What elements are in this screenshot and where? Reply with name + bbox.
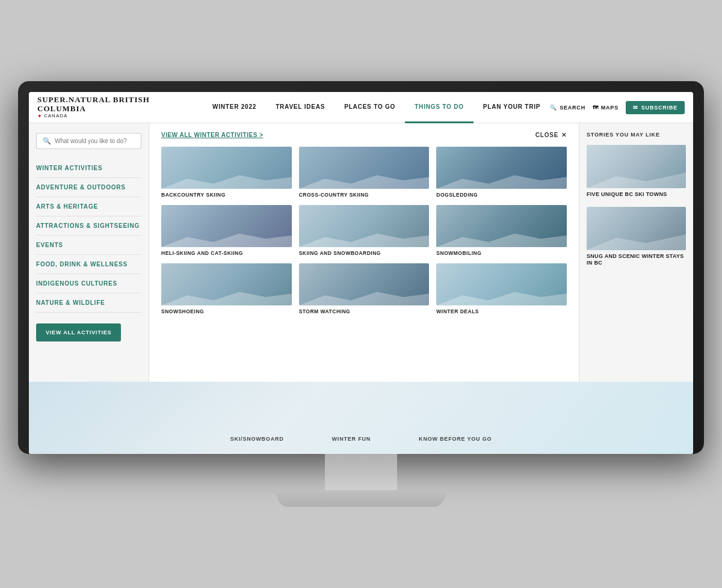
map-icon: 🗺	[593, 105, 599, 111]
monitor-outer: SUPER.NATURAL BRITISH COLUMBIA ✦ CANADA …	[18, 81, 704, 454]
activity-grid: BACKCOUNTRY SKIING CROSS-COUNTRY SKIING …	[161, 147, 567, 314]
sidebar-cat-attractions[interactable]: ATTRACTIONS & SIGHTSEEING	[36, 216, 141, 236]
activity-label-dogsledding: DOGSLEDDING	[436, 192, 567, 198]
search-icon-small: 🔍	[43, 137, 51, 145]
maps-button[interactable]: 🗺 MAPS	[593, 105, 619, 111]
nav-item-winter[interactable]: WINTER 2022	[203, 92, 266, 123]
logo-sub: ✦ CANADA	[37, 113, 188, 119]
activity-card-heliskiing[interactable]: HELI-SKIING AND CAT-SKIING	[161, 205, 292, 256]
canada-leaf-icon: ✦	[37, 113, 43, 119]
close-icon: ✕	[561, 132, 567, 138]
search-icon: 🔍	[550, 105, 557, 111]
activity-label-heliskiing: HELI-SKIING AND CAT-SKIING	[161, 250, 292, 256]
nav-item-plan[interactable]: PLAN YOUR TRIP	[474, 92, 550, 123]
activity-card-dogsledding[interactable]: DOGSLEDDING	[436, 147, 567, 198]
sidebar-search-box[interactable]: 🔍	[36, 133, 141, 149]
nav-bar: SUPER.NATURAL BRITISH COLUMBIA ✦ CANADA …	[29, 92, 693, 123]
nav-right: 🔍 SEARCH 🗺 MAPS ✉ SUBSCRIBE	[550, 101, 685, 114]
story-title-2: SNUG AND SCENIC WINTER STAYS IN BC	[587, 253, 686, 267]
search-button[interactable]: 🔍 SEARCH	[550, 105, 585, 111]
sidebar-cat-arts[interactable]: ARTS & HERITAGE	[36, 197, 141, 216]
activity-img-backcountry	[161, 147, 292, 189]
stories-title: STORIES YOU MAY LIKE	[587, 132, 686, 138]
story-title-1: FIVE UNIQUE BC SKI TOWNS	[587, 191, 686, 198]
activity-img-crosscountry	[299, 147, 430, 189]
close-button[interactable]: CLOSE ✕	[535, 132, 567, 138]
subscribe-button[interactable]: ✉ SUBSCRIBE	[626, 101, 685, 114]
dropdown-area: 🔍 WINTER ACTIVITIES ADVENTURE & OUTDOORS…	[29, 123, 693, 382]
nav-links: WINTER 2022 TRAVEL IDEAS PLACES TO GO TH…	[203, 92, 550, 123]
sidebar-cat-winter[interactable]: WINTER ACTIVITIES	[36, 159, 141, 178]
activity-label-backcountry: BACKCOUNTRY SKIING	[161, 192, 292, 198]
dropdown-header: VIEW ALL WINTER ACTIVITIES > CLOSE ✕	[161, 132, 567, 138]
view-all-activities-button[interactable]: VIEW ALL ACTIVITIES	[36, 323, 121, 341]
sidebar-categories: WINTER ACTIVITIES ADVENTURE & OUTDOORS A…	[36, 159, 141, 313]
screen: SUPER.NATURAL BRITISH COLUMBIA ✦ CANADA …	[29, 92, 693, 454]
activity-label-stormwatching: STORM WATCHING	[299, 308, 430, 314]
activity-label-crosscountry: CROSS-COUNTRY SKIING	[299, 192, 430, 198]
story-card-2[interactable]: SNUG AND SCENIC WINTER STAYS IN BC	[587, 207, 686, 267]
view-all-winter-link[interactable]: VIEW ALL WINTER ACTIVITIES >	[161, 132, 263, 138]
activity-card-skiing[interactable]: SKIING AND SNOWBOARDING	[299, 205, 430, 256]
sidebar-cat-events[interactable]: EVENTS	[36, 236, 141, 255]
activity-img-dogsledding	[436, 147, 567, 189]
sidebar-search-input[interactable]	[55, 138, 135, 144]
activity-card-snowmobiling[interactable]: SNOWMOBILING	[436, 205, 567, 256]
activity-card-stormwatching[interactable]: STORM WATCHING	[299, 263, 430, 314]
sidebar-cat-adventure[interactable]: ADVENTURE & OUTDOORS	[36, 178, 141, 197]
dropdown-main: VIEW ALL WINTER ACTIVITIES > CLOSE ✕ BAC…	[149, 123, 579, 382]
activity-img-skiing	[299, 205, 430, 247]
stories-panel: STORIES YOU MAY LIKE FIVE UNIQUE BC SKI …	[579, 123, 693, 382]
activity-card-backcountry[interactable]: BACKCOUNTRY SKIING	[161, 147, 292, 198]
story-img-1	[587, 145, 686, 188]
monitor-neck	[325, 454, 397, 490]
activity-card-crosscountry[interactable]: CROSS-COUNTRY SKIING	[299, 147, 430, 198]
activity-label-snowshoeing: SNOWSHOEING	[161, 308, 292, 314]
background-image-area: SKI/SNOWBOARD WINTER FUN KNOW BEFORE YOU…	[29, 382, 693, 454]
footer-link-know[interactable]: KNOW BEFORE YOU GO	[419, 436, 492, 442]
activity-img-stormwatching	[299, 263, 430, 305]
story-img-2	[587, 207, 686, 250]
activity-img-snowshoeing	[161, 263, 292, 305]
nav-item-places[interactable]: PLACES TO GO	[335, 92, 405, 123]
sidebar-cat-food[interactable]: FOOD, DRINK & WELLNESS	[36, 255, 141, 274]
activity-card-winterdeals[interactable]: WINTER DEALS	[436, 263, 567, 314]
logo-main: SUPER.NATURAL BRITISH COLUMBIA	[37, 96, 188, 113]
footer-link-winter[interactable]: WINTER FUN	[332, 436, 371, 442]
story-card-1[interactable]: FIVE UNIQUE BC SKI TOWNS	[587, 145, 686, 198]
activity-label-winterdeals: WINTER DEALS	[436, 308, 567, 314]
activity-card-snowshoeing[interactable]: SNOWSHOEING	[161, 263, 292, 314]
sidebar: 🔍 WINTER ACTIVITIES ADVENTURE & OUTDOORS…	[29, 123, 149, 382]
subscribe-icon: ✉	[633, 105, 638, 111]
logo: SUPER.NATURAL BRITISH COLUMBIA ✦ CANADA	[37, 96, 188, 119]
footer-link-ski[interactable]: SKI/SNOWBOARD	[230, 436, 284, 442]
activity-img-heliskiing	[161, 205, 292, 247]
footer-links: SKI/SNOWBOARD WINTER FUN KNOW BEFORE YOU…	[29, 394, 693, 442]
activity-label-skiing: SKIING AND SNOWBOARDING	[299, 250, 430, 256]
nav-item-things[interactable]: THINGS TO DO	[405, 92, 474, 123]
nav-item-travel[interactable]: TRAVEL IDEAS	[266, 92, 335, 123]
monitor-wrapper: SUPER.NATURAL BRITISH COLUMBIA ✦ CANADA …	[18, 81, 704, 507]
activity-label-snowmobiling: SNOWMOBILING	[436, 250, 567, 256]
sidebar-cat-nature[interactable]: NATURE & WILDLIFE	[36, 293, 141, 313]
activity-img-snowmobiling	[436, 205, 567, 247]
activity-img-winterdeals	[436, 263, 567, 305]
monitor-foot	[277, 490, 445, 507]
sidebar-cat-indigenous[interactable]: INDIGENOUS CULTURES	[36, 274, 141, 293]
